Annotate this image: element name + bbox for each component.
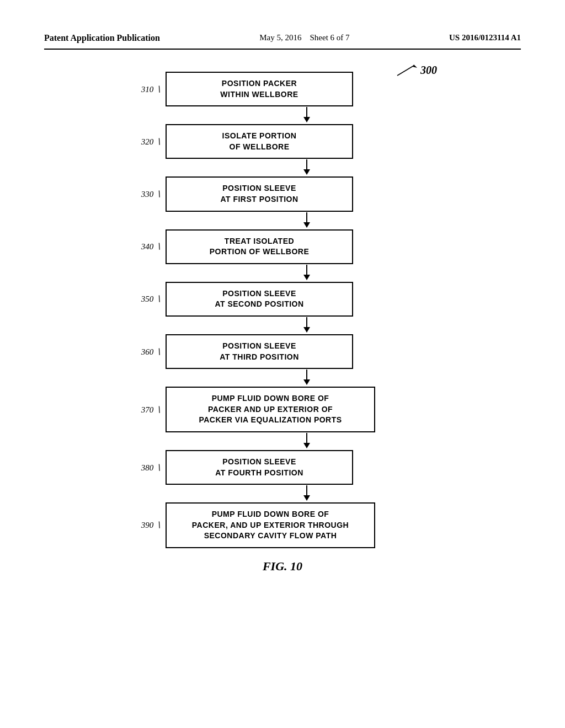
step-320-box: ISOLATE PORTIONOF WELLBORE <box>166 124 353 159</box>
step-320-label: 320 ∖ <box>117 137 161 147</box>
header-patent-number: US 2016/0123114 A1 <box>449 33 521 42</box>
step-310-row: 310 ∖ POSITION PACKERWITHIN WELLBORE <box>117 72 448 106</box>
step-390-row: 390 ∖ PUMP FLUID DOWN BORE OFPACKER, AND… <box>117 502 448 548</box>
header-publication-label: Patent Application Publication <box>44 33 160 43</box>
step-350-row: 350 ∖ POSITION SLEEVEAT SECOND POSITION <box>117 282 448 317</box>
svg-marker-9 <box>303 275 310 280</box>
step-360-row: 360 ∖ POSITION SLEEVEAT THIRD POSITION <box>117 334 448 369</box>
arrow-340-350 <box>253 264 312 282</box>
step-370-row: 370 ∖ PUMP FLUID DOWN BORE OFPACKER AND … <box>117 387 448 432</box>
svg-marker-3 <box>303 117 310 122</box>
step-370-box: PUMP FLUID DOWN BORE OFPACKER AND UP EXT… <box>166 387 375 432</box>
step-380-box: POSITION SLEEVEAT FOURTH POSITION <box>166 450 353 485</box>
arrow-370-380 <box>253 432 312 450</box>
svg-marker-15 <box>303 443 310 448</box>
svg-marker-13 <box>303 379 310 385</box>
step-390-box: PUMP FLUID DOWN BORE OFPACKER, AND UP EX… <box>166 502 375 548</box>
arrow-330-340 <box>253 212 312 229</box>
step-330-label: 330 ∖ <box>117 189 161 199</box>
arrow-310-320 <box>253 106 312 124</box>
figure-label: FIG. 10 <box>263 559 302 574</box>
svg-marker-5 <box>303 169 310 175</box>
svg-marker-11 <box>303 327 310 333</box>
step-330-row: 330 ∖ POSITION SLEEVEAT FIRST POSITION <box>117 176 448 211</box>
step-360-label: 360 ∖ <box>117 347 161 357</box>
step-390-label: 390 ∖ <box>117 520 161 530</box>
step-360-box: POSITION SLEEVEAT THIRD POSITION <box>166 334 353 369</box>
svg-marker-1 <box>413 65 417 68</box>
step-340-label: 340 ∖ <box>117 242 161 251</box>
step-340-row: 340 ∖ TREAT ISOLATEDPORTION OF WELLBORE <box>117 229 448 264</box>
step-370-label: 370 ∖ <box>117 405 161 415</box>
step-310-label: 310 ∖ <box>117 84 161 94</box>
header: Patent Application Publication May 5, 20… <box>44 33 521 50</box>
arrow-380-390 <box>253 485 312 502</box>
step-340-box: TREAT ISOLATEDPORTION OF WELLBORE <box>166 229 353 264</box>
header-sheet: Sheet 6 of 7 <box>310 33 349 42</box>
header-date: May 5, 2016 <box>259 33 301 42</box>
arrow-350-360 <box>253 317 312 334</box>
step-380-row: 380 ∖ POSITION SLEEVEAT FOURTH POSITION <box>117 450 448 485</box>
step-350-box: POSITION SLEEVEAT SECOND POSITION <box>166 282 353 317</box>
flowchart: 300 310 ∖ POSITION PACKERWITHIN WELLBORE… <box>117 72 448 548</box>
arrow-360-370 <box>253 369 312 387</box>
step-320-row: 320 ∖ ISOLATE PORTIONOF WELLBORE <box>117 124 448 159</box>
header-date-sheet: May 5, 2016 Sheet 6 of 7 <box>259 33 349 42</box>
step-350-label: 350 ∖ <box>117 294 161 304</box>
step-380-label: 380 ∖ <box>117 463 161 473</box>
svg-marker-7 <box>303 222 310 228</box>
diagram-area: 300 310 ∖ POSITION PACKERWITHIN WELLBORE… <box>44 66 521 574</box>
svg-marker-17 <box>303 495 310 501</box>
step-310-box: POSITION PACKERWITHIN WELLBORE <box>166 72 353 106</box>
step-330-box: POSITION SLEEVEAT FIRST POSITION <box>166 176 353 211</box>
arrow-320-330 <box>253 159 312 176</box>
page: Patent Application Publication May 5, 20… <box>0 0 565 728</box>
